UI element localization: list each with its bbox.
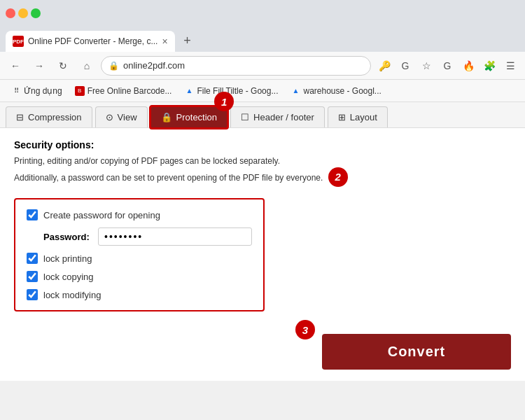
lock-copying-checkbox[interactable]: [27, 271, 38, 282]
security-panel: Security options: Printing, editing and/…: [0, 128, 525, 323]
tab-header-footer-label: Header / footer: [253, 112, 314, 122]
bookmark-apps-label: Ứng dụng: [24, 86, 62, 96]
close-window-btn[interactable]: [6, 8, 15, 18]
bookmark-barcode[interactable]: B Free Online Barcode...: [69, 84, 178, 98]
create-password-label: Create password for opening: [43, 210, 160, 220]
bookmark-warehouse[interactable]: ▲ warehouse - Googl...: [285, 84, 386, 98]
lock-address-icon: 🔒: [108, 61, 119, 71]
lock-printing-checkbox[interactable]: [27, 253, 38, 264]
menu-icon-btn[interactable]: ☰: [501, 57, 519, 75]
tab-protection[interactable]: 🔒 Protection 1: [150, 106, 228, 127]
security-description: Printing, editing and/or copying of PDF …: [14, 155, 511, 187]
bookmark-apps[interactable]: ⠿ Ứng dụng: [6, 84, 68, 98]
home-btn[interactable]: ⌂: [77, 56, 97, 76]
warehouse-favicon: ▲: [290, 86, 300, 96]
step1-annotation: 1: [214, 92, 234, 111]
bookmark-barcode-label: Free Online Barcode...: [88, 86, 172, 96]
extensions-icon-btn[interactable]: 🧩: [480, 57, 498, 75]
protection-lock-icon: 🔒: [161, 112, 172, 122]
compression-icon: ⊟: [16, 112, 24, 122]
apps-favicon: ⠿: [11, 86, 21, 96]
address-bar[interactable]: 🔒 online2pdf.com: [101, 56, 371, 76]
key-icon-btn[interactable]: 🔑: [375, 57, 393, 75]
bookmark-file-label: File Fill Tiltle - Goog...: [197, 86, 278, 96]
refresh-btn[interactable]: ↻: [53, 56, 73, 76]
browser-tab-bar: PDF Online PDF Converter - Merge, c... ×…: [0, 27, 525, 52]
bookmarks-bar: ⠿ Ứng dụng B Free Online Barcode... ▲ Fi…: [0, 80, 525, 102]
pdf-tabs: ⊟ Compression ⊙ View 🔒 Protection 1 ☐ He…: [0, 102, 525, 128]
lock-modifying-row: lock modifying: [27, 289, 252, 300]
lock-copying-row: lock copying: [27, 271, 252, 282]
lock-printing-label: lock printing: [43, 253, 92, 264]
security-box: Create password for opening Password: lo…: [14, 198, 265, 312]
convert-button[interactable]: Convert: [322, 334, 511, 370]
barcode-favicon: B: [75, 86, 85, 96]
create-password-row: Create password for opening: [27, 209, 252, 220]
step2-annotation: 2: [328, 167, 348, 187]
file-favicon: ▲: [184, 86, 194, 96]
browser-tab[interactable]: PDF Online PDF Converter - Merge, c... ×: [6, 31, 175, 52]
security-title: Security options:: [14, 139, 511, 150]
lock-copying-label: lock copying: [43, 272, 94, 282]
tab-compression[interactable]: ⊟ Compression: [6, 106, 92, 127]
content-area: ⊟ Compression ⊙ View 🔒 Protection 1 ☐ He…: [0, 102, 525, 381]
url-display: online2pdf.com: [123, 60, 363, 71]
fire-icon-btn[interactable]: 🔥: [459, 57, 477, 75]
view-icon: ⊙: [106, 112, 113, 122]
header-footer-icon: ☐: [241, 112, 249, 122]
tab-compression-label: Compression: [28, 112, 82, 122]
convert-wrapper: 3 Convert: [0, 323, 525, 381]
tab-title: Online PDF Converter - Merge, c...: [28, 36, 158, 46]
minimize-window-btn[interactable]: [18, 8, 28, 18]
tab-view[interactable]: ⊙ View: [95, 106, 148, 127]
back-btn[interactable]: ←: [6, 56, 25, 76]
password-input[interactable]: [98, 227, 252, 246]
maximize-window-btn[interactable]: [31, 8, 41, 18]
google-icon-btn[interactable]: G: [438, 57, 456, 75]
translate-icon-btn[interactable]: G: [396, 57, 414, 75]
lock-modifying-label: lock modifying: [43, 290, 101, 300]
lock-modifying-checkbox[interactable]: [27, 289, 38, 300]
browser-titlebar: [0, 0, 525, 27]
password-label: Password:: [43, 232, 92, 242]
security-desc-line2b: pening of the PDF file by everyone.: [192, 173, 323, 183]
step3-annotation: 3: [295, 320, 315, 340]
address-bar-row: ← → ↻ ⌂ 🔒 online2pdf.com 🔑 G ☆ G 🔥 🧩 ☰: [0, 52, 525, 80]
layout-icon: ⊞: [338, 112, 346, 122]
tab-header-footer[interactable]: ☐ Header / footer: [230, 106, 325, 127]
tab-view-label: View: [118, 112, 137, 122]
window-controls: [6, 8, 41, 18]
lock-printing-row: lock printing: [27, 253, 252, 264]
tab-layout[interactable]: ⊞ Layout: [328, 106, 388, 127]
tab-favicon: PDF: [13, 36, 24, 47]
forward-btn[interactable]: →: [29, 56, 49, 76]
bookmark-warehouse-label: warehouse - Googl...: [303, 86, 381, 96]
tab-layout-label: Layout: [350, 112, 377, 122]
star-icon-btn[interactable]: ☆: [417, 57, 435, 75]
create-password-checkbox[interactable]: [27, 209, 38, 220]
step3-wrapper: 3: [295, 320, 315, 340]
security-desc-line1: Printing, editing and/or copying of PDF …: [14, 156, 280, 166]
security-desc-line2: Additionally, a password can be set to p…: [14, 173, 192, 183]
tab-protection-label: Protection: [176, 112, 218, 122]
browser-toolbar-icons: 🔑 G ☆ G 🔥 🧩 ☰: [375, 57, 519, 75]
new-tab-btn[interactable]: +: [178, 31, 197, 50]
password-row: Password:: [43, 227, 252, 246]
tab-close-btn[interactable]: ×: [162, 36, 167, 46]
